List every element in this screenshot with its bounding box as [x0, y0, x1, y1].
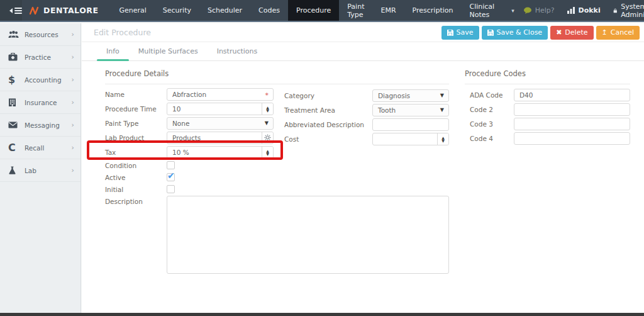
- abbreviated-description-input[interactable]: [373, 119, 448, 130]
- procedure-codes-column: ADA Code Code 2 Code 3: [470, 87, 631, 145]
- category-select[interactable]: Diagnosis ▼: [372, 89, 449, 102]
- sidebar-item-practice[interactable]: Practice ›: [0, 46, 80, 69]
- code3-input[interactable]: [514, 118, 630, 130]
- brand-zigzag-icon: [30, 6, 39, 16]
- chevron-right-icon: ›: [72, 53, 74, 61]
- code2-input[interactable]: [514, 104, 630, 115]
- tax-input[interactable]: [167, 147, 262, 158]
- top-navbar: DENTALORE General Security Scheduler Cod…: [0, 0, 644, 22]
- active-label: Active: [105, 174, 167, 181]
- spinner-stepper[interactable]: ▲▼: [437, 133, 448, 145]
- lab-product-input-wrap: [167, 132, 274, 144]
- nav-item-general[interactable]: General: [111, 0, 154, 21]
- code4-label: Code 4: [470, 135, 514, 142]
- lab-product-label: Lab Product: [105, 134, 167, 142]
- tab-instructions[interactable]: Instructions: [208, 42, 267, 60]
- sidebar-item-label: Resources: [25, 31, 58, 38]
- delete-button[interactable]: ✖ Delete: [550, 26, 593, 40]
- nav-item-procedure[interactable]: Procedure: [288, 0, 339, 21]
- tab-multiple-surfaces[interactable]: Multiple Surfaces: [129, 42, 208, 60]
- sidebar-item-accounting[interactable]: $ Accounting ›: [0, 69, 80, 91]
- cancel-button[interactable]: ↥ Cancel: [596, 26, 640, 40]
- x-icon: ✖: [556, 29, 562, 36]
- chevron-right-icon: ›: [72, 144, 74, 152]
- brand-logo[interactable]: DENTALORE: [22, 0, 111, 21]
- code3-input-wrap: [514, 118, 630, 130]
- sidebar-item-resources[interactable]: Resources ›: [0, 23, 80, 46]
- lab-product-picker-button[interactable]: [262, 132, 273, 144]
- navbar-right-section: Help? Dokki System Administrator ▾: [523, 0, 644, 21]
- paint-type-value: None: [167, 120, 265, 127]
- dollar-icon: $: [8, 74, 25, 86]
- procedure-time-input[interactable]: [167, 103, 262, 115]
- save-and-close-button[interactable]: Save & Close: [482, 26, 548, 40]
- active-checkbox[interactable]: ✔: [167, 173, 175, 181]
- flask-icon: [8, 166, 25, 174]
- nav-item-clinical-notes[interactable]: Clinical Notes: [461, 0, 502, 21]
- tax-input-wrap: ▲▼: [167, 146, 274, 159]
- sidebar-item-insurance[interactable]: Insurance ›: [0, 91, 80, 114]
- active-field-row: Active ✔: [105, 171, 457, 183]
- treatment-area-select[interactable]: Tooth ▼: [372, 104, 449, 116]
- arrow-up-icon: ↥: [602, 29, 608, 36]
- cost-input[interactable]: [373, 133, 437, 145]
- category-label: Category: [284, 92, 372, 99]
- condition-checkbox[interactable]: [167, 161, 175, 169]
- category-field-row: Category Diagnosis ▼: [284, 88, 451, 103]
- nav-item-emr[interactable]: EMR: [372, 0, 404, 21]
- treatment-area-value: Tooth: [373, 106, 440, 114]
- description-textarea[interactable]: [167, 196, 449, 274]
- required-asterisk: *: [265, 91, 269, 99]
- abbreviated-description-field-row: Abbreviated Description: [284, 117, 451, 132]
- checkmark-icon: ✔: [167, 171, 175, 181]
- sidebar-item-label: Accounting: [25, 76, 62, 84]
- practice-name: Dokki: [579, 6, 601, 14]
- sidebar-item-messaging[interactable]: Messaging ›: [0, 114, 80, 137]
- nav-item-paint-type[interactable]: Paint Type: [339, 0, 372, 21]
- page-header: Edit Procedure Save Save: [82, 23, 644, 42]
- description-field-row: Description: [105, 196, 457, 210]
- tab-info[interactable]: Info: [97, 42, 129, 60]
- user-menu[interactable]: System Administrator ▾: [613, 3, 644, 19]
- gear-icon: [264, 134, 271, 141]
- spinner-stepper[interactable]: ▲▼: [262, 103, 273, 115]
- chart-bars-icon: [567, 7, 575, 14]
- navbar-left-section: [0, 0, 22, 21]
- app-window: DENTALORE General Security Scheduler Cod…: [0, 0, 644, 316]
- lab-product-input[interactable]: [167, 132, 262, 144]
- chevron-right-icon: ›: [72, 166, 74, 174]
- sidebar-item-lab[interactable]: Lab ›: [0, 159, 80, 182]
- code4-input[interactable]: [514, 133, 630, 144]
- code4-input-wrap: [514, 132, 630, 145]
- spinner-stepper[interactable]: ▲▼: [262, 147, 273, 158]
- help-link[interactable]: Help?: [523, 6, 555, 14]
- ada-code-input[interactable]: [514, 89, 630, 101]
- nav-item-prescription[interactable]: Prescription: [404, 0, 462, 21]
- help-bubble-icon: [523, 7, 532, 14]
- practice-selector[interactable]: Dokki: [567, 6, 601, 14]
- name-input[interactable]: [167, 89, 273, 100]
- code3-label: Code 3: [470, 120, 514, 128]
- save-and-close-button-label: Save & Close: [497, 28, 543, 37]
- refresh-icon: C: [8, 142, 25, 154]
- floppy-icon: [487, 30, 494, 36]
- paint-type-select[interactable]: None ▼: [167, 117, 274, 130]
- nav-item-security[interactable]: Security: [155, 0, 199, 21]
- ada-code-input-wrap: [514, 89, 630, 101]
- bottom-edge-bar: [0, 313, 644, 316]
- chevron-right-icon: ›: [72, 30, 74, 38]
- left-sidebar: Resources › Practice › $ Accounting ›: [0, 23, 81, 313]
- abbreviated-description-label: Abbreviated Description: [284, 121, 372, 128]
- sidebar-item-label: Insurance: [25, 99, 57, 106]
- save-button[interactable]: Save: [441, 26, 479, 40]
- nav-item-codes[interactable]: Codes: [250, 0, 288, 21]
- code3-field-row: Code 3: [470, 116, 631, 131]
- sidebar-item-label: Messaging: [25, 121, 60, 129]
- sidebar-item-recall[interactable]: C Recall ›: [0, 137, 80, 159]
- nav-more-caret-icon[interactable]: ▾: [502, 0, 523, 21]
- nav-item-scheduler[interactable]: Scheduler: [199, 0, 250, 21]
- procedure-time-input-wrap: ▲▼: [167, 103, 274, 115]
- sidebar-collapse-icon[interactable]: [9, 8, 22, 14]
- name-input-wrap: *: [167, 88, 274, 101]
- initial-checkbox[interactable]: [167, 185, 175, 193]
